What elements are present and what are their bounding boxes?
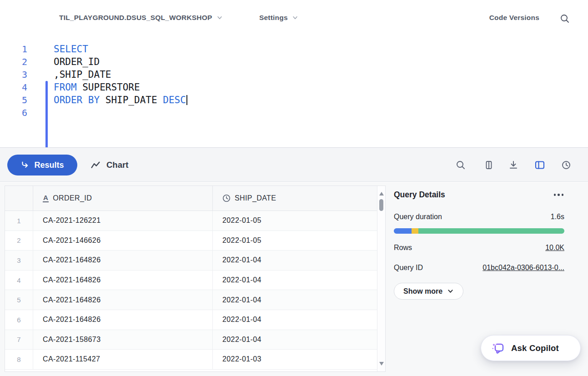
line-number: 5 bbox=[0, 95, 27, 105]
chevron-down-icon bbox=[447, 288, 454, 295]
table-row: 6 CA-2021-164826 2022-01-04 bbox=[5, 310, 385, 330]
editor-line[interactable]: 6 bbox=[0, 106, 588, 119]
sql-identifier: ORDER_ID bbox=[54, 56, 100, 67]
cell-ship-date[interactable]: 2022-01-03 bbox=[213, 350, 385, 369]
table-header-row: A ORDER_ID SHIP_DATE bbox=[5, 186, 385, 211]
row-number: 8 bbox=[5, 350, 33, 369]
text-cursor bbox=[186, 95, 187, 105]
download-icon[interactable] bbox=[508, 160, 518, 170]
rows-count-link[interactable]: 10.0K bbox=[545, 244, 564, 252]
editor-line[interactable]: 3 ,SHIP_DATE bbox=[0, 68, 588, 81]
cell-ship-date[interactable]: 2022-01-05 bbox=[213, 211, 385, 231]
cell-ship-date[interactable]: 2022-01-04 bbox=[213, 271, 385, 290]
sql-keyword: DESC bbox=[163, 95, 186, 105]
chart-tab-label: Chart bbox=[106, 160, 128, 170]
settings-dropdown[interactable]: Settings bbox=[259, 14, 298, 22]
ask-copilot-label: Ask Copilot bbox=[511, 343, 559, 353]
sql-identifier: SUPERSTORE bbox=[77, 82, 140, 93]
editor-line[interactable]: 4 FROM SUPERSTORE bbox=[0, 81, 588, 94]
rows-label: Rows bbox=[394, 244, 412, 252]
table-row: 7 CA-2021-158673 2022-01-04 bbox=[5, 330, 385, 350]
results-tool-icons bbox=[456, 148, 571, 182]
cell-order-id[interactable]: CA-2021-146626 bbox=[33, 231, 213, 251]
line-number: 6 bbox=[0, 107, 27, 118]
cell-order-id[interactable]: CA-2021-164826 bbox=[33, 271, 213, 290]
column-header-label: SHIP_DATE bbox=[235, 194, 276, 202]
sql-keyword: FROM bbox=[54, 82, 77, 93]
column-header-ship-date[interactable]: SHIP_DATE bbox=[213, 186, 385, 211]
columns-icon[interactable] bbox=[482, 160, 492, 170]
results-tab-label: Results bbox=[34, 160, 64, 170]
query-duration-bar bbox=[394, 228, 564, 234]
cell-order-id[interactable]: CA-2021-115427 bbox=[33, 350, 213, 369]
sql-identifier: ,SHIP_DATE bbox=[54, 69, 111, 80]
more-options-icon[interactable] bbox=[553, 192, 565, 198]
split-panel-icon[interactable] bbox=[535, 160, 545, 170]
ask-copilot-button[interactable]: Ask Copilot bbox=[481, 335, 581, 361]
row-number: 6 bbox=[5, 310, 33, 330]
sql-editor[interactable]: 1 SELECT 2 ORDER_ID 3 ,SHIP_DATE 4 FROM … bbox=[0, 38, 588, 147]
sql-keyword: ORDER BY bbox=[54, 95, 100, 105]
cell-ship-date[interactable]: 2022-01-04 bbox=[213, 310, 385, 330]
line-number: 2 bbox=[0, 56, 27, 67]
history-clock-icon[interactable] bbox=[561, 160, 571, 170]
editor-line[interactable]: 2 ORDER_ID bbox=[0, 55, 588, 68]
settings-label: Settings bbox=[259, 14, 288, 22]
sql-identifier: SHIP_DATE bbox=[100, 95, 163, 105]
results-toolbar: Results Chart bbox=[0, 147, 588, 182]
table-row: 8 CA-2021-115427 2022-01-03 bbox=[5, 350, 385, 370]
cell-ship-date[interactable]: 2022-01-04 bbox=[213, 251, 385, 270]
line-number: 3 bbox=[0, 69, 27, 80]
code-versions-label: Code Versions bbox=[489, 14, 539, 22]
row-number: 7 bbox=[5, 330, 33, 350]
cell-order-id[interactable]: CA-2021-158673 bbox=[33, 330, 213, 350]
worksheet-title-dropdown[interactable]: TIL_PLAYGROUND.DSUS_SQL_WORKSHOP bbox=[59, 14, 223, 22]
editor-line[interactable]: 1 SELECT bbox=[0, 43, 588, 55]
row-number: 4 bbox=[5, 271, 33, 290]
column-header-label: ORDER_ID bbox=[53, 194, 92, 202]
show-more-button[interactable]: Show more bbox=[394, 283, 463, 300]
column-header-order-id[interactable]: A ORDER_ID bbox=[33, 186, 213, 211]
table-row: 3 CA-2021-164826 2022-01-04 bbox=[5, 251, 385, 271]
date-type-clock-icon bbox=[222, 194, 231, 202]
table-row: 4 CA-2021-164826 2022-01-04 bbox=[5, 271, 385, 291]
sql-worksheet-page: TIL_PLAYGROUND.DSUS_SQL_WORKSHOP Setting… bbox=[0, 0, 588, 376]
scrollbar-thumb[interactable] bbox=[379, 199, 383, 211]
cell-ship-date[interactable]: 2022-01-04 bbox=[213, 290, 385, 310]
cell-order-id[interactable]: CA-2021-164826 bbox=[33, 290, 213, 310]
query-id-link[interactable]: 01bc042a-0306-6013-0... bbox=[482, 264, 564, 272]
line-number: 1 bbox=[0, 44, 27, 55]
worksheet-title: TIL_PLAYGROUND.DSUS_SQL_WORKSHOP bbox=[59, 14, 212, 22]
partial-row bbox=[5, 370, 385, 372]
cell-ship-date[interactable]: 2022-01-05 bbox=[213, 231, 385, 251]
cell-order-id[interactable]: CA-2021-164826 bbox=[33, 251, 213, 270]
scroll-down-icon[interactable] bbox=[379, 362, 384, 366]
row-number: 2 bbox=[5, 231, 33, 251]
table-row: 2 CA-2021-146626 2022-01-05 bbox=[5, 231, 385, 251]
editor-selection-bar bbox=[45, 81, 48, 157]
tab-chart[interactable]: Chart bbox=[90, 155, 128, 175]
table-scrollbar[interactable] bbox=[377, 186, 385, 371]
line-number: 4 bbox=[0, 82, 27, 93]
row-number-header[interactable] bbox=[5, 186, 33, 211]
cell-ship-date[interactable]: 2022-01-04 bbox=[213, 330, 385, 350]
top-header: TIL_PLAYGROUND.DSUS_SQL_WORKSHOP Setting… bbox=[0, 0, 588, 38]
query-details-title: Query Details bbox=[394, 190, 445, 200]
query-duration-label: Query duration bbox=[394, 213, 442, 221]
scroll-up-icon[interactable] bbox=[379, 192, 384, 196]
sql-keyword: SELECT bbox=[54, 44, 88, 55]
show-more-label: Show more bbox=[403, 287, 442, 296]
text-type-icon: A bbox=[43, 194, 49, 203]
search-icon[interactable] bbox=[560, 14, 570, 24]
chevron-down-icon bbox=[292, 15, 298, 21]
chart-line-icon bbox=[90, 161, 101, 169]
tab-results[interactable]: Results bbox=[7, 155, 77, 175]
search-results-icon[interactable] bbox=[456, 160, 466, 170]
cell-order-id[interactable]: CA-2021-164826 bbox=[33, 310, 213, 330]
editor-line[interactable]: 5 ORDER BY SHIP_DATE DESC bbox=[0, 94, 588, 106]
cell-order-id[interactable]: CA-2021-126221 bbox=[33, 211, 213, 231]
row-number: 1 bbox=[5, 211, 33, 231]
results-table: A ORDER_ID SHIP_DATE 1 CA-2021-126221 20… bbox=[5, 185, 386, 372]
copilot-sparkle-chat-icon bbox=[491, 341, 505, 356]
code-versions-button[interactable]: Code Versions bbox=[489, 14, 539, 22]
